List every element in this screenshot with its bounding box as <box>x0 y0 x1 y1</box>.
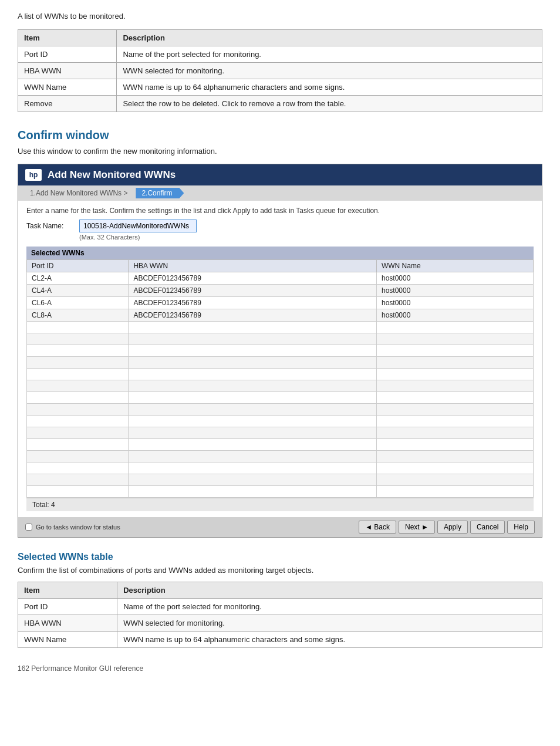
wwn-cell-hbawwn: ABCDEF0123456789 <box>129 309 377 322</box>
table-row: CL6-AABCDEF0123456789host0000 <box>27 297 534 309</box>
table-cell-item: HBA WWN <box>18 63 117 79</box>
wwn-section-table-header-item: Item <box>18 582 117 599</box>
dialog-header: hp Add New Monitored WWNs <box>18 164 542 185</box>
back-button[interactable]: ◄ Back <box>359 521 396 534</box>
table-row <box>27 333 534 345</box>
wwn-cell-hbawwn: ABCDEF0123456789 <box>129 297 377 309</box>
wwn-total-row: Total: 4 <box>26 498 534 511</box>
table-row <box>27 392 534 404</box>
wwn-cell-portid <box>27 322 129 333</box>
table-row: CL8-AABCDEF0123456789host0000 <box>27 309 534 322</box>
wwn-section-table-header-desc: Description <box>117 582 542 599</box>
table-row <box>27 380 534 392</box>
wwn-cell-wwnname <box>376 404 533 416</box>
wwn-cell-wwnname: host0000 <box>376 272 533 285</box>
table-cell-desc: Name of the port selected for monitoring… <box>117 46 542 63</box>
wwn-cell-hbawwn <box>129 392 377 404</box>
wwn-cell-portid <box>27 486 129 498</box>
wwn-inner-table: Port ID HBA WWN WWN Name CL2-AABCDEF0123… <box>26 259 534 498</box>
table-row: HBA WWNWWN selected for monitoring. <box>18 615 542 632</box>
wwn-cell-portid: CL8-A <box>27 309 129 322</box>
table-row: WWN NameWWN name is up to 64 alphanumeri… <box>18 79 542 96</box>
wwn-table-col-wwnname: WWN Name <box>376 260 533 272</box>
table-cell-item: WWN Name <box>18 79 117 96</box>
confirm-section-desc: Use this window to confirm the new monit… <box>18 147 542 156</box>
wwn-cell-wwnname <box>376 474 533 486</box>
wwn-cell-portid <box>27 474 129 486</box>
table-row: Port IDName of the port selected for mon… <box>18 599 542 615</box>
hp-logo-icon: hp <box>25 169 42 181</box>
table-row <box>27 369 534 380</box>
wwn-cell-hbawwn <box>129 451 377 463</box>
wwn-cell-hbawwn <box>129 357 377 369</box>
wwn-cell-hbawwn <box>129 369 377 380</box>
table-row <box>27 345 534 357</box>
wwn-cell-portid <box>27 404 129 416</box>
wwn-cell-wwnname <box>376 369 533 380</box>
table-cell-desc: Select the row to be deleted. Click to r… <box>117 96 542 112</box>
wwn-cell-hbawwn <box>129 427 377 439</box>
wwn-cell-portid <box>27 345 129 357</box>
wwn-cell-portid <box>27 392 129 404</box>
top-table-header-description: Description <box>117 30 542 46</box>
top-info-table: Item Description Port IDName of the port… <box>18 29 542 112</box>
page-footer: 162 Performance Monitor GUI reference <box>18 664 542 673</box>
dialog-body: Enter a name for the task. Confirm the s… <box>18 201 542 517</box>
breadcrumb-step-2: 2.Confirm <box>136 188 184 198</box>
task-name-hint: (Max. 32 Characters) <box>79 234 197 241</box>
table-row <box>27 404 534 416</box>
goto-tasks-checkbox[interactable] <box>25 524 32 531</box>
wwn-cell-portid <box>27 380 129 392</box>
apply-button[interactable]: Apply <box>437 521 468 534</box>
table-row: WWN NameWWN name is up to 64 alphanumeri… <box>18 632 542 648</box>
table-row <box>27 451 534 463</box>
wwn-cell-portid: CL2-A <box>27 272 129 285</box>
wwn-section-header: Selected WWNs <box>26 247 534 259</box>
cancel-button[interactable]: Cancel <box>470 521 505 534</box>
table-row <box>27 322 534 333</box>
dialog-breadcrumb: 1.Add New Monitored WWNs > 2.Confirm <box>18 185 542 201</box>
table-cell-desc: WWN name is up to 64 alphanumeric charac… <box>117 79 542 96</box>
wwn-cell-wwnname: host0000 <box>376 285 533 297</box>
wwn-cell-portid <box>27 333 129 345</box>
top-table-header-item: Item <box>18 30 117 46</box>
breadcrumb-step-1: 1.Add New Monitored WWNs > <box>24 188 136 198</box>
table-row: CL2-AABCDEF0123456789host0000 <box>27 272 534 285</box>
top-intro-text: A list of WWNs to be monitored. <box>18 12 542 21</box>
table-row <box>27 474 534 486</box>
table-row <box>27 463 534 474</box>
wwn-cell-wwnname <box>376 427 533 439</box>
wwn-cell-portid <box>27 451 129 463</box>
task-name-input-wrapper: (Max. 32 Characters) <box>79 220 197 241</box>
wwn-cell-hbawwn: ABCDEF0123456789 <box>129 272 377 285</box>
footer-left: Go to tasks window for status <box>25 524 120 531</box>
table-row <box>27 427 534 439</box>
wwn-cell-wwnname <box>376 322 533 333</box>
wwn-cell-hbawwn <box>129 486 377 498</box>
dialog-instruction: Enter a name for the task. Confirm the s… <box>26 207 534 215</box>
wwn-cell-wwnname <box>376 451 533 463</box>
wwn-cell-portid <box>27 439 129 451</box>
wwn-cell-wwnname: host0000 <box>376 309 533 322</box>
task-name-input[interactable] <box>79 220 197 232</box>
wwn-table-col-hbawwn: HBA WWN <box>129 260 377 272</box>
wwn-cell-hbawwn <box>129 474 377 486</box>
table-cell-desc: Name of the port selected for monitoring… <box>117 599 542 615</box>
wwn-cell-hbawwn <box>129 416 377 427</box>
wwn-table-section-title: Selected WWNs table <box>18 552 542 562</box>
table-cell-desc: WWN name is up to 64 alphanumeric charac… <box>117 632 542 648</box>
wwn-cell-wwnname: host0000 <box>376 297 533 309</box>
next-button[interactable]: Next ► <box>399 521 435 534</box>
wwn-cell-portid <box>27 427 129 439</box>
table-row <box>27 439 534 451</box>
wwn-cell-hbawwn <box>129 404 377 416</box>
table-row: RemoveSelect the row to be deleted. Clic… <box>18 96 542 112</box>
help-button[interactable]: Help <box>507 521 535 534</box>
wwn-cell-hbawwn <box>129 333 377 345</box>
wwn-cell-portid: CL6-A <box>27 297 129 309</box>
wwn-cell-wwnname <box>376 463 533 474</box>
table-cell-item: WWN Name <box>18 632 117 648</box>
wwn-cell-hbawwn <box>129 322 377 333</box>
wwn-cell-portid <box>27 369 129 380</box>
wwn-cell-hbawwn <box>129 345 377 357</box>
